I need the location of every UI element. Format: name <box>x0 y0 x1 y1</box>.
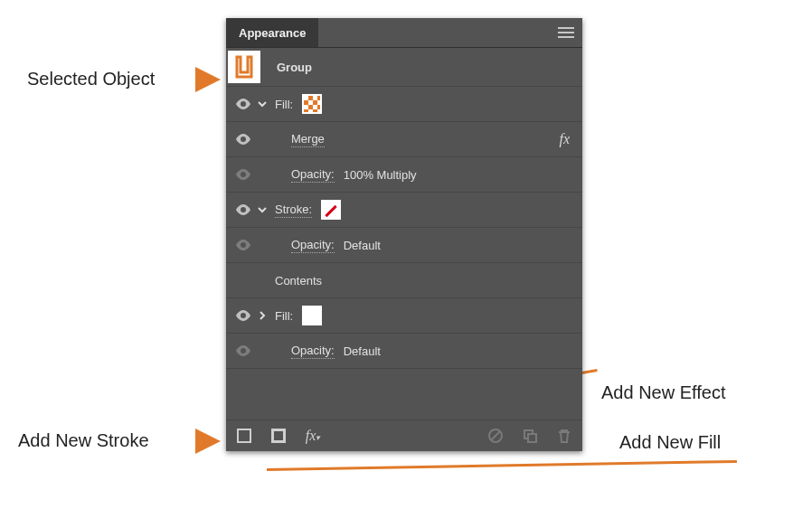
callout-selected-object: Selected Object <box>27 68 155 90</box>
opacity-row-2[interactable]: Opacity: Default <box>226 228 582 263</box>
svg-rect-6 <box>528 434 536 442</box>
svg-rect-0 <box>238 429 250 442</box>
fx-icon[interactable]: fx <box>559 131 575 147</box>
fill-underline <box>267 460 737 471</box>
stroke-swatch-none[interactable] <box>321 200 341 220</box>
opacity-value: 100% Multiply <box>344 168 417 182</box>
callout-add-new-stroke: Add New Stroke <box>18 429 149 451</box>
opacity-value: Default <box>344 344 381 358</box>
svg-rect-2 <box>274 431 283 440</box>
fill-row-1[interactable]: Fill: <box>226 87 582 122</box>
expand-icon[interactable] <box>253 99 271 108</box>
callout-add-new-fill: Add New Fill <box>619 431 721 453</box>
collapse-icon[interactable] <box>253 311 271 320</box>
add-stroke-button[interactable] <box>231 423 257 448</box>
visibility-icon[interactable] <box>233 240 253 250</box>
visibility-icon[interactable] <box>233 310 253 321</box>
fill-swatch-pattern[interactable] <box>302 94 322 114</box>
opacity-row-1[interactable]: Opacity: 100% Multiply <box>226 157 582 193</box>
appearance-panel: Appearance Group Fill: Mer <box>226 18 582 451</box>
opacity-value: Default <box>344 239 381 252</box>
tab-appearance[interactable]: Appearance <box>226 18 318 47</box>
add-fill-button[interactable] <box>266 423 291 448</box>
add-effect-button[interactable]: fx▾ <box>300 423 326 448</box>
stroke-label: Stroke: <box>275 203 312 218</box>
panel-bottom-bar: fx▾ <box>226 420 582 451</box>
fill-label: Fill: <box>275 309 293 323</box>
opacity-label: Opacity: <box>291 344 335 359</box>
object-label: Group <box>277 61 312 74</box>
delete-button[interactable] <box>552 423 577 448</box>
panel-menu-icon[interactable] <box>550 18 582 47</box>
svg-line-4 <box>491 431 500 440</box>
contents-row[interactable]: Contents <box>226 263 582 298</box>
visibility-icon[interactable] <box>233 134 253 145</box>
expand-icon[interactable] <box>253 205 271 214</box>
merge-row[interactable]: Merge fx <box>226 122 582 157</box>
object-thumbnail <box>228 51 260 83</box>
panel-tab-bar: Appearance <box>226 18 582 48</box>
fill-label: Fill: <box>275 98 293 111</box>
merge-label: Merge <box>291 132 325 147</box>
opacity-label: Opacity: <box>291 167 335 183</box>
duplicate-button[interactable] <box>517 423 543 448</box>
empty-area <box>226 369 582 420</box>
visibility-icon[interactable] <box>233 99 253 109</box>
opacity-label: Opacity: <box>291 238 335 253</box>
contents-label: Contents <box>275 274 322 287</box>
visibility-icon[interactable] <box>233 345 253 356</box>
fill-swatch-white[interactable] <box>302 306 322 325</box>
object-row[interactable]: Group <box>226 48 582 87</box>
stroke-row[interactable]: Stroke: <box>226 193 582 228</box>
clear-appearance-button[interactable] <box>483 423 508 448</box>
visibility-icon[interactable] <box>233 204 253 215</box>
callout-add-new-effect: Add New Effect <box>601 382 725 403</box>
fill-row-2[interactable]: Fill: <box>226 298 582 334</box>
visibility-icon[interactable] <box>233 169 253 180</box>
opacity-row-3[interactable]: Opacity: Default <box>226 334 582 369</box>
arrow-selected-object <box>195 67 221 92</box>
arrow-add-new-stroke <box>195 429 221 454</box>
